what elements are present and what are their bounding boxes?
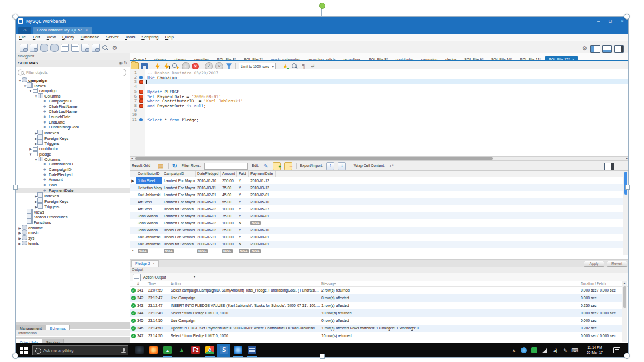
resize-handle-right[interactable]	[625, 185, 630, 190]
resize-handle-bottom[interactable]	[320, 354, 325, 359]
search-objects-icon[interactable]	[102, 44, 109, 51]
grid-cell[interactable]: Karl Jablonski	[136, 234, 162, 241]
edit-cell-icon[interactable]: ✎	[262, 163, 269, 170]
row-selector[interactable]	[130, 212, 136, 219]
scrollbar-thumb[interactable]	[624, 172, 627, 195]
tree-item-contributorid[interactable]: ContributorID	[16, 161, 130, 167]
grid-cell[interactable]: Lambert For Mayor	[162, 191, 196, 198]
tree-item-enddate[interactable]: EndDate	[16, 120, 130, 125]
close-icon[interactable]: ×	[153, 262, 155, 266]
row-selector[interactable]	[130, 241, 136, 248]
grid-cell[interactable]: John Steel	[136, 177, 162, 184]
row-selector[interactable]	[130, 227, 136, 234]
output-row[interactable]: ✓34323:12:47INSERT INTO PLEDGE VALUES ('…	[130, 302, 622, 309]
rocket-app-icon[interactable]	[175, 344, 188, 357]
grid-cell[interactable]: Y	[237, 198, 249, 205]
grid-cell[interactable]: 2010-04-01	[196, 212, 221, 219]
instance-tab[interactable]: Local instance MySQL57×	[33, 27, 92, 34]
output-toggle-icon[interactable]	[602, 45, 612, 53]
grid-cell[interactable]: 2010-01-12	[249, 177, 276, 184]
tree-item-triggers[interactable]: ▶Triggers	[16, 204, 130, 209]
grid-col-header-amount[interactable]: Amount	[221, 171, 237, 177]
grid-cell[interactable]: 100.00	[221, 205, 237, 212]
filezilla-icon[interactable]: Fz	[189, 344, 202, 357]
output-scrollbar[interactable]: ▴	[622, 281, 627, 342]
tree-item-foreign-keys[interactable]: ▶Foreign Keys	[16, 135, 130, 141]
refresh-grid-icon[interactable]: ↻	[171, 163, 178, 170]
tree-item-pledge[interactable]: ▼pledge	[16, 151, 130, 157]
create-table-icon[interactable]	[61, 44, 69, 52]
resize-handle-bottom-left[interactable]	[12, 353, 18, 359]
tree-item-dbname[interactable]: ▶dbname	[16, 225, 130, 230]
table-row[interactable]: Karl JablonskiLambert For Mayor2010-02-0…	[130, 191, 624, 198]
grid-cell[interactable]: 100.00	[221, 219, 237, 227]
grid-cell[interactable]: NULL	[136, 248, 162, 255]
volume-icon[interactable]: ◂)	[551, 347, 559, 354]
table-row[interactable]: Art SteelBooks for Schools2010-05-22100.…	[130, 205, 624, 212]
table-row[interactable]: Karl JablonskiBooks for Schools2000-07-3…	[130, 241, 624, 248]
apply-button[interactable]: Apply	[584, 261, 604, 267]
query-tab-recording_artists[interactable]: recording_artists	[304, 56, 340, 61]
chrome-icon[interactable]	[203, 344, 216, 357]
resize-handle-top-left[interactable]	[12, 14, 18, 20]
minimize-button[interactable]: –	[593, 17, 604, 25]
open-script-icon[interactable]	[30, 44, 38, 52]
grid-cell[interactable]: 2010-02-01	[196, 191, 221, 198]
insert-row-icon[interactable]	[273, 162, 281, 170]
sidebar-toggle-icon[interactable]	[590, 45, 600, 53]
table-row[interactable]: Art SteelLambert For Mayor2010-05-0155.0…	[130, 198, 624, 205]
output-row[interactable]: ✓34523:14:50Use Campaign0 row(s) affecte…	[130, 317, 622, 325]
schema-filter-input[interactable]: Filter objects	[18, 69, 126, 76]
output-row[interactable]: ✓34723:14:50Select * from Pledge LIMIT 0…	[130, 332, 622, 340]
tree-item-amount[interactable]: Amount	[16, 177, 130, 183]
scroll-up-icon[interactable]: ▴	[622, 281, 627, 285]
inspector-icon[interactable]	[40, 44, 48, 52]
tree-item-datepledged[interactable]: DatePledged	[16, 172, 130, 178]
query-tab-players[interactable]: players	[170, 56, 190, 61]
sql-editor[interactable]: 1-- Roshan Ravindra 03/20/20172Use Campa…	[130, 69, 629, 156]
grid-cell[interactable]: Y	[237, 227, 249, 234]
tree-item-indexes[interactable]: ▶Indexes	[16, 193, 130, 198]
menu-help[interactable]: Help	[162, 34, 177, 41]
grid-cell[interactable]: 75.00	[221, 212, 237, 219]
grid-cell[interactable]: John Wilson	[136, 219, 162, 227]
keyboard-icon[interactable]: ⌨	[571, 347, 579, 354]
grid-cell[interactable]: Lambert For Mayor	[162, 177, 196, 184]
grid-cell[interactable]: 250.00	[221, 177, 237, 184]
row-selector[interactable]	[130, 191, 136, 198]
grid-side-panel-icon[interactable]	[604, 163, 614, 170]
tree-item-fundraisinggoal[interactable]: FundraisingGoal	[16, 125, 130, 130]
query-tab-pledge[interactable]: pledge	[441, 56, 460, 61]
create-procedure-icon[interactable]	[81, 44, 89, 52]
grid-cell[interactable]: Y	[237, 234, 249, 241]
resize-handle-top-right[interactable]	[624, 14, 630, 20]
output-row[interactable]: ✓34123:07:59Select campaign.CampaignID, …	[130, 287, 622, 294]
grid-cell[interactable]: 2000-08-01	[249, 241, 276, 248]
tree-item-launchdate[interactable]: LaunchDate	[16, 114, 130, 120]
query-tab-players[interactable]: players	[151, 56, 171, 61]
grid-col-header-paid[interactable]: Paid	[237, 171, 249, 177]
grid-cell[interactable]: Karl Jablonski	[136, 241, 162, 248]
table-row[interactable]: John WilsonLambert For Mayor2010-06-2210…	[130, 219, 624, 227]
query-tab-music_categories[interactable]: music_categories	[267, 56, 304, 61]
tree-item-paid[interactable]: Paid	[16, 183, 130, 188]
tree-item-chairfirstname[interactable]: ChairFirstName	[16, 104, 130, 109]
row-selector[interactable]	[130, 205, 136, 212]
row-selector[interactable]	[130, 219, 136, 227]
tree-item-music[interactable]: ▶music	[16, 230, 130, 235]
grid-cell[interactable]: 2010-06-22	[196, 219, 221, 227]
row-selector[interactable]	[130, 234, 136, 241]
table-row[interactable]: John WilsonLambert For Mayor2010-04-0175…	[130, 212, 624, 219]
cortana-search-box[interactable]: Ask me anything	[32, 345, 128, 355]
preferences-icon[interactable]: ⚙	[581, 45, 588, 52]
wrap-cell-icon[interactable]: ↵	[388, 163, 395, 170]
scroll-left-icon[interactable]: ◂	[130, 157, 134, 160]
grid-cell[interactable]: Lambert For Mayor	[162, 198, 196, 205]
grid-cell[interactable]: Y	[237, 177, 249, 184]
photos-icon[interactable]	[161, 344, 174, 357]
mysql-workbench-icon[interactable]: S	[217, 344, 230, 357]
tree-item-views[interactable]: Views	[16, 209, 130, 215]
grid-cell[interactable]: Y	[237, 184, 249, 191]
tree-item-stored-procedures[interactable]: Stored Procedures	[16, 214, 130, 219]
menu-query[interactable]: Query	[59, 34, 78, 41]
